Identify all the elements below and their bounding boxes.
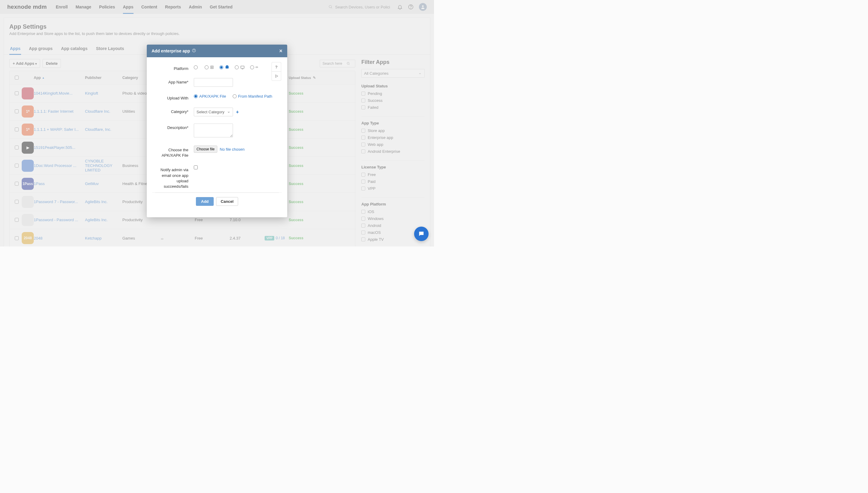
label-choose-file: Choose the APK/XAPK File [155,146,194,158]
platform-radio-windows[interactable]: ⊞ [204,64,214,70]
side-video-icon[interactable] [272,71,281,81]
add-button[interactable]: Add [196,197,214,206]
label-app-name: App Name* [155,78,194,84]
add-category-icon[interactable]: + [236,109,239,115]
modal-overlay: Add enterprise app × ? Platform ⊞ [0,0,434,246]
label-category: Category* [155,108,194,114]
label-description: Description* [155,124,194,130]
label-upload-with: Upload With [155,94,194,100]
platform-radio-appletv[interactable] [250,65,258,69]
close-icon[interactable]: × [279,48,282,53]
notify-checkbox[interactable] [194,166,198,169]
choose-file-button[interactable]: Choose file [194,146,217,153]
platform-radio-android[interactable] [219,65,230,70]
upload-manifest-radio[interactable]: From Manifest Path [233,94,272,99]
platform-radio-macos[interactable] [235,65,245,70]
modal-help-icon[interactable] [192,48,196,53]
add-enterprise-app-modal: Add enterprise app × ? Platform ⊞ [147,45,287,217]
upload-apk-radio[interactable]: APK/XAPK File [194,94,226,99]
label-platform: Platform [155,64,194,71]
side-help-icon[interactable]: ? [272,62,281,71]
svg-marker-9 [276,75,278,78]
app-name-input[interactable] [194,78,233,87]
platform-radio-ios[interactable] [194,65,199,69]
label-notify: Notify admin via email once app upload s… [155,166,194,189]
svg-point-8 [194,51,194,51]
file-status-text: No file chosen [220,147,244,152]
cancel-button[interactable]: Cancel [216,197,238,206]
svg-rect-12 [241,66,244,68]
chat-fab[interactable] [414,227,429,241]
description-input[interactable] [194,124,233,137]
modal-title: Add enterprise app [152,48,190,53]
modal-side-help: ? [272,62,281,81]
svg-point-11 [227,67,228,67]
category-select[interactable]: Select Category [194,108,233,116]
